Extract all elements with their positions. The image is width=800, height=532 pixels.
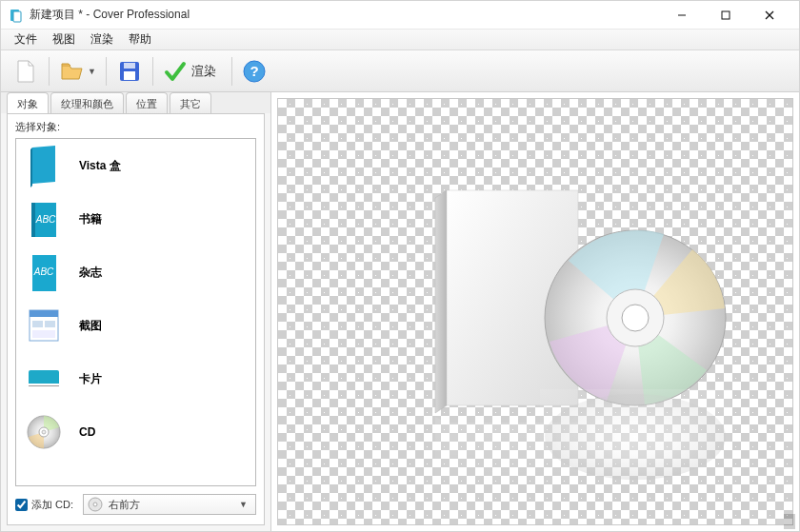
list-item-label: 杂志 xyxy=(79,265,102,281)
card-icon xyxy=(24,357,64,401)
cd-position-dropdown[interactable]: 右前方 ▼ xyxy=(83,494,256,515)
svg-rect-14 xyxy=(30,310,58,317)
menu-bar: 文件 视图 渲染 帮助 xyxy=(1,30,799,50)
magazine-icon: ABC xyxy=(24,250,64,294)
svg-text:?: ? xyxy=(250,63,258,79)
help-icon: ? xyxy=(242,59,267,84)
cd-disc-icon xyxy=(24,410,64,454)
list-item[interactable]: 卡片 xyxy=(16,352,255,405)
svg-point-25 xyxy=(93,502,97,506)
svg-point-28 xyxy=(622,305,649,331)
main-toolbar: ▼ 渲染 ? xyxy=(1,50,799,92)
chevron-down-icon: ▼ xyxy=(88,67,96,76)
menu-view[interactable]: 视图 xyxy=(45,30,83,49)
title-bar: 新建项目 * - Cover Professional xyxy=(1,1,799,30)
window-controls xyxy=(660,1,791,30)
svg-rect-7 xyxy=(124,63,135,69)
panel-bottom-row: 添加 CD: 右前方 ▼ xyxy=(8,486,264,524)
menu-render[interactable]: 渲染 xyxy=(83,30,121,49)
new-button[interactable] xyxy=(9,55,43,88)
window-title: 新建项目 * - Cover Professional xyxy=(30,7,660,23)
objects-panel: 选择对象: Vista 盒 ABC 书籍 ABC xyxy=(7,113,265,525)
list-item[interactable]: ABC 书籍 xyxy=(16,192,255,246)
menu-help[interactable]: 帮助 xyxy=(121,30,159,49)
render-button[interactable]: 渲染 xyxy=(159,55,226,88)
toolbar-separator xyxy=(152,57,153,86)
folder-open-icon xyxy=(59,58,86,85)
content-area: 对象 纹理和颜色 位置 其它 选择对象: Vista 盒 ABC 书籍 xyxy=(1,92,799,531)
left-sidebar: 对象 纹理和颜色 位置 其它 选择对象: Vista 盒 ABC 书籍 xyxy=(1,92,271,531)
tab-position[interactable]: 位置 xyxy=(126,92,168,113)
cd-disc-small-icon xyxy=(88,497,103,512)
maximize-button[interactable] xyxy=(704,1,748,30)
list-item-label: CD xyxy=(79,425,95,439)
save-button[interactable] xyxy=(112,55,147,88)
toolbar-separator xyxy=(49,57,50,86)
close-button[interactable] xyxy=(748,1,791,30)
svg-text:ABC: ABC xyxy=(33,266,54,277)
list-item[interactable]: ABC 杂志 xyxy=(16,246,255,299)
tab-texture-color[interactable]: 纹理和颜色 xyxy=(50,92,124,113)
list-item[interactable]: 截图 xyxy=(16,299,255,352)
svg-rect-3 xyxy=(722,11,730,19)
tab-other[interactable]: 其它 xyxy=(170,92,211,113)
render-button-label: 渲染 xyxy=(191,63,216,80)
book-icon: ABC xyxy=(24,197,64,241)
toolbar-separator xyxy=(231,57,232,86)
open-button[interactable]: ▼ xyxy=(55,55,100,88)
list-item-label: Vista 盒 xyxy=(79,158,121,174)
add-cd-checkbox-input[interactable] xyxy=(15,499,28,511)
app-icon xyxy=(9,8,24,23)
checkmark-icon xyxy=(163,59,188,84)
preview-canvas[interactable] xyxy=(271,92,799,531)
svg-text:ABC: ABC xyxy=(35,214,56,225)
svg-rect-20 xyxy=(29,385,59,386)
list-item-label: 卡片 xyxy=(79,371,102,387)
add-cd-label: 添加 CD: xyxy=(31,498,73,512)
svg-point-23 xyxy=(42,430,46,434)
svg-rect-15 xyxy=(32,321,43,327)
help-button[interactable]: ? xyxy=(238,55,270,88)
minimize-button[interactable] xyxy=(660,1,704,30)
chevron-down-icon: ▼ xyxy=(235,500,251,509)
select-object-label: 选择对象: xyxy=(8,114,264,138)
toolbar-separator xyxy=(106,57,107,86)
screenshot-icon xyxy=(24,304,64,347)
tab-objects[interactable]: 对象 xyxy=(7,92,49,113)
list-item[interactable]: CD xyxy=(16,405,255,459)
svg-rect-30 xyxy=(540,389,730,484)
svg-rect-17 xyxy=(32,330,55,338)
watermark xyxy=(784,514,795,529)
object-list[interactable]: Vista 盒 ABC 书籍 ABC 杂志 xyxy=(15,138,256,486)
list-item[interactable]: Vista 盒 xyxy=(16,139,255,192)
svg-rect-16 xyxy=(45,321,55,327)
sidebar-tabs: 对象 纹理和颜色 位置 其它 xyxy=(1,92,270,113)
checker-background xyxy=(277,98,793,525)
save-icon xyxy=(116,58,143,85)
list-item-label: 截图 xyxy=(79,318,102,334)
box-icon xyxy=(24,144,64,187)
cd-position-value: 右前方 xyxy=(109,498,235,512)
render-preview xyxy=(416,185,759,499)
list-item-label: 书籍 xyxy=(79,211,102,227)
svg-rect-8 xyxy=(124,71,135,80)
add-cd-checkbox[interactable]: 添加 CD: xyxy=(15,498,73,512)
svg-rect-1 xyxy=(13,11,21,22)
new-file-icon xyxy=(12,58,39,85)
menu-file[interactable]: 文件 xyxy=(7,30,45,49)
